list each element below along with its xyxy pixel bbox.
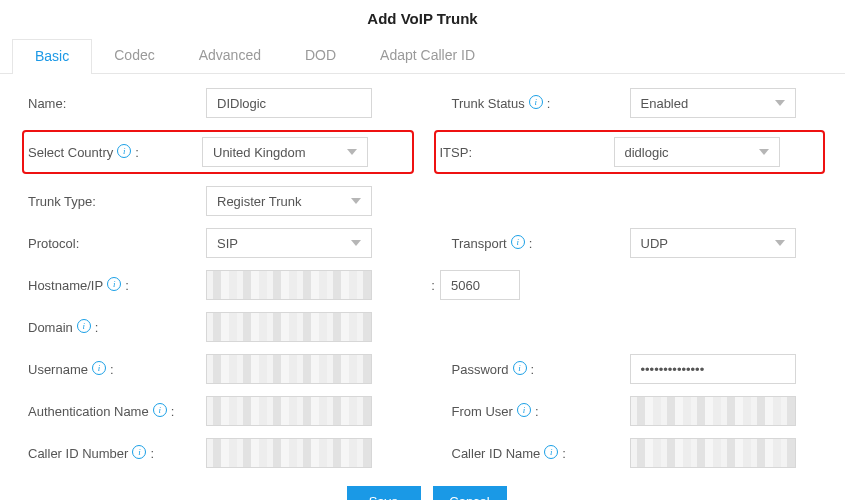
info-icon[interactable] — [117, 144, 131, 158]
select-country-highlight: Select Country : United Kingdom — [22, 130, 414, 174]
save-button[interactable]: Save — [347, 486, 421, 500]
dialog-title: Add VoIP Trunk — [0, 0, 845, 39]
cancel-button[interactable]: Cancel — [433, 486, 507, 500]
tabs: Basic Codec Advanced DOD Adapt Caller ID — [0, 39, 845, 74]
label-cid-name: Caller ID Name : — [452, 446, 630, 461]
label-domain: Domain : — [28, 320, 206, 335]
from-user-input[interactable] — [630, 396, 796, 426]
tab-advanced[interactable]: Advanced — [177, 39, 283, 73]
tab-basic[interactable]: Basic — [12, 39, 92, 74]
hostname-input[interactable] — [206, 270, 372, 300]
port-separator: : — [426, 278, 440, 293]
tab-adapt-caller-id[interactable]: Adapt Caller ID — [358, 39, 497, 73]
chevron-down-icon — [347, 149, 357, 155]
label-cid-number: Caller ID Number : — [28, 446, 206, 461]
label-itsp: ITSP: — [440, 145, 614, 160]
label-auth-name: Authentication Name : — [28, 404, 206, 419]
chevron-down-icon — [775, 100, 785, 106]
label-protocol: Protocol: — [28, 236, 206, 251]
auth-name-input[interactable] — [206, 396, 372, 426]
trunk-type-select[interactable]: Register Trunk — [206, 186, 372, 216]
trunk-status-select[interactable]: Enabled — [630, 88, 796, 118]
tab-codec[interactable]: Codec — [92, 39, 176, 73]
info-icon[interactable] — [529, 95, 543, 109]
name-input[interactable] — [206, 88, 372, 118]
label-transport: Transport : — [452, 236, 630, 251]
info-icon[interactable] — [107, 277, 121, 291]
info-icon[interactable] — [511, 235, 525, 249]
password-input[interactable] — [630, 354, 796, 384]
select-country-select[interactable]: United Kingdom — [202, 137, 368, 167]
port-input[interactable] — [440, 270, 520, 300]
info-icon[interactable] — [513, 361, 527, 375]
protocol-select[interactable]: SIP — [206, 228, 372, 258]
info-icon[interactable] — [153, 403, 167, 417]
cid-number-input[interactable] — [206, 438, 372, 468]
itsp-highlight: ITSP: didlogic — [434, 130, 826, 174]
cid-name-input[interactable] — [630, 438, 796, 468]
chevron-down-icon — [351, 198, 361, 204]
info-icon[interactable] — [517, 403, 531, 417]
label-trunk-type: Trunk Type: — [28, 194, 206, 209]
label-name: Name: — [28, 96, 206, 111]
itsp-select[interactable]: didlogic — [614, 137, 780, 167]
chevron-down-icon — [775, 240, 785, 246]
label-select-country: Select Country : — [28, 145, 202, 160]
username-input[interactable] — [206, 354, 372, 384]
info-icon[interactable] — [92, 361, 106, 375]
label-from-user: From User : — [452, 404, 630, 419]
label-username: Username : — [28, 362, 206, 377]
transport-select[interactable]: UDP — [630, 228, 796, 258]
info-icon[interactable] — [544, 445, 558, 459]
label-hostname: Hostname/IP : — [28, 278, 206, 293]
chevron-down-icon — [759, 149, 769, 155]
info-icon[interactable] — [132, 445, 146, 459]
label-password: Password : — [452, 362, 630, 377]
add-voip-trunk-dialog: Add VoIP Trunk Basic Codec Advanced DOD … — [0, 0, 845, 500]
tab-dod[interactable]: DOD — [283, 39, 358, 73]
domain-input[interactable] — [206, 312, 372, 342]
info-icon[interactable] — [77, 319, 91, 333]
label-trunk-status: Trunk Status : — [452, 96, 630, 111]
dialog-footer: Save Cancel — [28, 480, 825, 500]
chevron-down-icon — [351, 240, 361, 246]
form-body: Name: Trunk Status : Enabled Select Coun… — [0, 74, 845, 500]
